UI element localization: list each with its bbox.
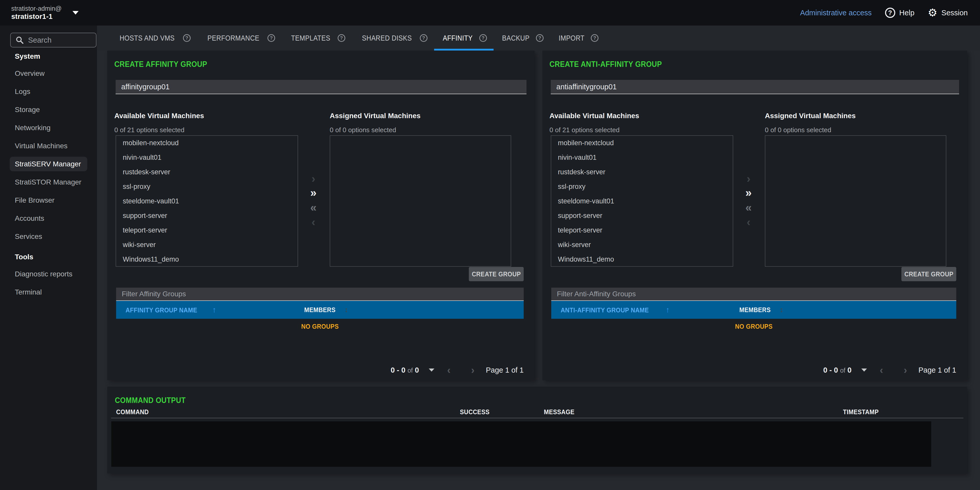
assigned-vms-list[interactable] [765,135,946,267]
sidebar-item[interactable]: File Browser [0,191,97,209]
sidebar-item[interactable]: Overview [0,64,97,83]
available-vms-list[interactable]: mobilen-nextcloudnivin-vault01rustdesk-s… [116,135,298,267]
user-session-menu[interactable]: stratistor-admin@ stratistor1-1 [11,5,79,21]
help-menu[interactable]: Help [885,8,915,18]
tab[interactable]: SHARED DISKS [352,25,434,51]
help-icon [338,34,345,42]
tab-label: TEMPLATES [291,34,331,42]
pagination-range: 0 - 0of0 [391,366,419,374]
help-label: Help [899,9,915,17]
vm-option[interactable]: teleport-server [116,223,298,238]
vm-option[interactable]: ssl-proxy [116,180,298,194]
hostname: stratistor1-1 [11,12,62,21]
sidebar-item[interactable]: Services [0,228,97,245]
tab[interactable]: BACKUP [493,25,550,51]
pagination: 0 - 0of0 Page 1 of 1 [823,363,956,378]
members-column-header[interactable]: MEMBERS↕ [739,301,783,319]
page-indicator: Page 1 of 1 [486,366,524,374]
vm-option[interactable]: teleport-server [551,223,733,238]
command-output-panel: COMMAND OUTPUT COMMAND SUCCESS MESSAGE T… [107,387,967,473]
pagination: 0 - 0of0 Page 1 of 1 [391,363,524,378]
move-selected-right-button[interactable] [307,172,320,185]
next-page-button[interactable] [900,364,912,376]
move-selected-right-button[interactable] [742,172,755,185]
help-icon [885,8,895,18]
panel-title: CREATE ANTI-AFFINITY GROUP [549,60,674,69]
vm-option[interactable]: wiki-server [116,238,298,252]
help-icon [183,34,191,42]
pagination-range: 0 - 0of0 [823,366,852,374]
search-box[interactable] [10,33,97,48]
vm-option[interactable]: steeldome-vault01 [116,194,298,208]
available-vms-list[interactable]: mobilen-nextcloudnivin-vault01rustdesk-s… [551,135,733,267]
sidebar-item[interactable]: Networking [0,119,97,137]
session-menu[interactable]: Session [928,7,968,18]
vm-option[interactable]: support-server [551,208,733,223]
move-all-right-button[interactable] [742,186,755,199]
sidebar-item[interactable]: Diagnostic reports [0,265,97,283]
anti-affinity-group-name-input[interactable] [551,80,959,94]
sidebar-item[interactable]: Storage [0,100,97,119]
previous-page-button[interactable] [443,364,455,376]
vm-option[interactable]: rustdesk-server [551,165,733,180]
tab[interactable]: AFFINITY [434,25,493,51]
anti-affinity-panel: CREATE ANTI-AFFINITY GROUP Available Vir… [542,51,967,380]
panel-title: CREATE AFFINITY GROUP [115,60,218,69]
sidebar-item[interactable]: Virtual Machines [0,137,97,155]
previous-page-button[interactable] [876,364,887,376]
page-indicator: Page 1 of 1 [918,366,956,374]
filter-groups-input[interactable] [116,288,524,301]
tab-label: PERFORMANCE [207,34,259,42]
success-column-header: SUCCESS [460,408,493,416]
help-icon [267,34,275,42]
sidebar-item[interactable]: StratiSERV Manager [10,157,87,171]
vm-option[interactable]: mobilen-nextcloud [551,136,733,150]
available-vms-summary: 0 of 21 options selected [115,126,185,134]
vm-option[interactable]: steeldome-vault01 [551,194,733,208]
sidebar-item[interactable]: StratiSTOR Manager [0,173,97,191]
vm-option[interactable]: mobilen-nextcloud [116,136,298,150]
tab[interactable]: HOSTS AND VMS [109,25,197,51]
command-column-header: COMMAND [116,408,152,416]
move-selected-left-button[interactable] [742,215,755,229]
per-page-dropdown-icon[interactable] [861,369,867,372]
vm-option[interactable]: nivin-vault01 [116,150,298,165]
tab[interactable]: TEMPLATES [282,25,352,51]
vm-option[interactable]: ssl-proxy [551,180,733,194]
sidebar-item[interactable]: Terminal [0,283,97,301]
move-all-left-button[interactable] [307,201,320,214]
sidebar-item[interactable]: Logs [0,83,97,100]
move-selected-left-button[interactable] [307,215,320,229]
vm-option[interactable]: rustdesk-server [116,165,298,180]
assigned-vms-list[interactable] [330,135,511,267]
move-all-left-button[interactable] [742,201,755,214]
next-page-button[interactable] [467,364,479,376]
vm-option[interactable]: Windows11_demo [116,252,298,267]
affinity-group-name-input[interactable] [116,80,527,94]
available-vms-label: Available Virtual Machines [115,112,204,120]
affinity-panel: CREATE AFFINITY GROUP Available Virtual … [107,51,535,380]
gear-icon [928,7,937,18]
vm-option[interactable]: support-server [116,208,298,223]
tab-label: BACKUP [502,34,530,42]
administrative-access-link[interactable]: Administrative access [800,9,872,17]
available-vms-summary: 0 of 21 options selected [549,126,620,134]
group-name-column-header[interactable]: ANTI-AFFINITY GROUP NAME↑ [561,301,670,319]
vm-option[interactable]: wiki-server [551,238,733,252]
move-all-right-button[interactable] [307,186,320,199]
vm-option[interactable]: Windows11_demo [551,252,733,267]
sort-icon: ↕ [345,306,348,313]
sidebar-item[interactable]: Accounts [0,209,97,228]
filter-groups-input[interactable] [551,288,956,301]
create-group-button[interactable]: CREATE GROUP [469,267,524,281]
tab[interactable]: IMPORT [550,25,605,51]
chevron-down-icon [73,11,79,14]
vm-option[interactable]: nivin-vault01 [551,150,733,165]
search-input[interactable] [28,36,87,45]
members-column-header[interactable]: MEMBERS↕ [304,301,348,319]
group-name-column-header[interactable]: AFFINITY GROUP NAME↑ [126,301,216,319]
tab[interactable]: PERFORMANCE [197,25,282,51]
create-group-button[interactable]: CREATE GROUP [901,267,956,281]
per-page-dropdown-icon[interactable] [429,369,434,372]
assigned-vms-label: Assigned Virtual Machines [330,112,421,120]
